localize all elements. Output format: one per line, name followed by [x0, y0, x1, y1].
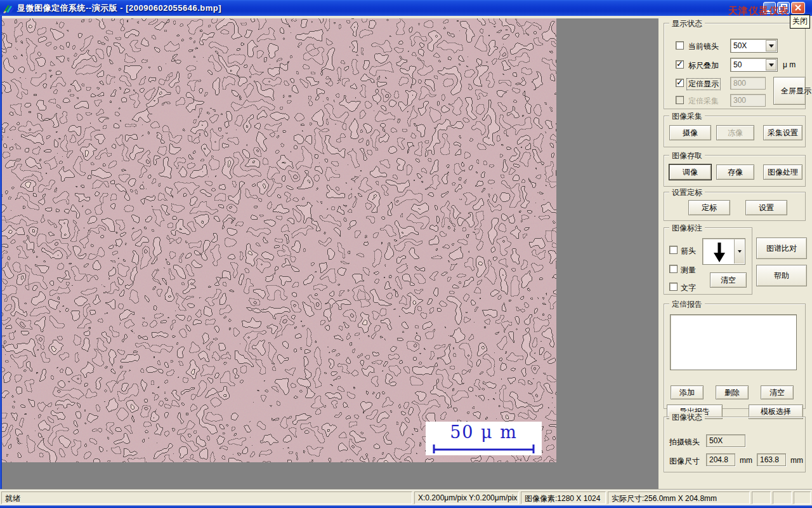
fixed-capture-input	[730, 94, 766, 107]
ruler-overlay-label: 标尺叠加	[688, 60, 719, 71]
fixed-capture-label: 定倍采集	[688, 96, 719, 107]
group-image-capture-title: 图像采集	[669, 111, 705, 122]
group-image-status: 图像状态 拍摄镜头 图像尺寸 mm mm	[664, 417, 806, 472]
current-lens-checkbox[interactable]	[676, 41, 684, 50]
image-size-label: 图像尺寸	[669, 456, 700, 467]
freeze-button: 冻像	[716, 125, 754, 140]
metallographic-texture	[2, 18, 556, 462]
window-bottom-border	[0, 505, 812, 508]
annotation-clear-button[interactable]: 清空	[710, 272, 747, 288]
current-lens-value: 50X	[733, 41, 747, 50]
calibration-settings-button[interactable]: 设置	[745, 200, 787, 215]
atlas-compare-button[interactable]: 图谱比对	[756, 237, 807, 259]
group-calibration-title: 设置定标	[669, 187, 705, 198]
report-delete-button[interactable]: 删除	[716, 385, 749, 399]
ruler-value: 50	[733, 60, 742, 69]
fixed-display-input	[730, 77, 766, 90]
measure-checkbox[interactable]	[669, 265, 678, 273]
group-report-title: 定倍报告	[669, 299, 705, 310]
group-image-storage-title: 图像存取	[669, 150, 705, 161]
image-height-value	[757, 453, 786, 466]
scale-bar-line	[426, 422, 542, 455]
arrow-label: 箭头	[681, 246, 696, 257]
group-image-storage: 图像存取 调像 存像 图像处理	[664, 155, 806, 187]
ruler-overlay-checkbox[interactable]	[676, 60, 684, 69]
image-process-button[interactable]: 图像处理	[763, 164, 802, 180]
status-pixel-scale: X:0.200μm/pix Y:0.200μm/pix	[414, 491, 519, 504]
fixed-display-label: 定倍显示	[686, 78, 721, 90]
group-annotation-title: 图像标注	[669, 223, 705, 234]
status-actual-size: 实际尺寸:256.0mm X 204.8mm	[608, 491, 750, 504]
group-calibration: 设置定标 定标 设置	[664, 192, 806, 221]
save-image-button[interactable]: 存像	[716, 164, 754, 180]
app-icon	[3, 3, 14, 13]
group-report: 定倍报告 添加 删除 清空	[664, 304, 806, 409]
group-display-status-title: 显示状态	[669, 18, 705, 29]
title-bar: 显微图像定倍系统--演示版 - [20090602055646.bmp]	[0, 0, 812, 16]
capture-button[interactable]: 摄像	[669, 125, 711, 140]
ruler-unit-label: μ m	[783, 60, 796, 69]
measure-label: 测量	[681, 265, 696, 276]
group-annotation: 图像标注 箭头 测量 文字 清空	[664, 227, 752, 295]
app-window: 显微图像定倍系统--演示版 - [20090602055646.bmp] 天津仪…	[0, 0, 812, 508]
image-height-unit: mm	[790, 456, 803, 465]
fixed-display-checkbox[interactable]	[676, 79, 684, 87]
text-label: 文字	[681, 283, 696, 293]
group-image-capture: 图像采集 摄像 冻像 采集设置	[664, 116, 806, 147]
current-lens-combo[interactable]: 50X	[730, 39, 778, 53]
status-spare-3	[794, 491, 811, 504]
arrow-style-combo[interactable]	[702, 238, 745, 265]
close-tooltip: 关闭	[790, 15, 810, 29]
microscope-image-canvas[interactable]: 50 μ m	[2, 18, 556, 462]
group-image-status-title: 图像状态	[669, 412, 705, 423]
help-button[interactable]: 帮助	[756, 265, 807, 286]
fullscreen-button-label: 全屏显示	[781, 86, 798, 96]
down-arrow-icon	[712, 241, 727, 263]
current-lens-label: 当前镜头	[688, 41, 719, 52]
report-add-button[interactable]: 添加	[671, 385, 704, 399]
status-spare-1	[752, 491, 771, 504]
calibrate-button[interactable]: 定标	[688, 200, 730, 215]
fixed-capture-checkbox	[676, 96, 684, 104]
load-image-button[interactable]: 调像	[669, 164, 711, 180]
report-clear-button[interactable]: 清空	[761, 385, 794, 399]
report-listbox[interactable]	[670, 314, 797, 370]
capture-settings-button[interactable]: 采集设置	[763, 125, 802, 140]
status-ready: 就绪	[1, 491, 412, 504]
status-spare-2	[773, 491, 792, 504]
chevron-down-icon[interactable]	[734, 239, 744, 264]
status-image-pixels: 图像像素:1280 X 1024	[521, 491, 606, 504]
image-width-value	[706, 453, 735, 466]
ruler-value-combo[interactable]: 50	[730, 58, 778, 72]
status-bar: 就绪 X:0.200μm/pix Y:0.200μm/pix 图像像素:1280…	[0, 489, 812, 505]
scale-bar: 50 μ m	[426, 422, 542, 455]
window-title: 显微图像定倍系统--演示版 - [20090602055646.bmp]	[17, 3, 221, 14]
group-display-status: 显示状态 当前镜头 50X 标尺叠加 50 μ m 定倍显示 定倍采集 全屏显示	[664, 23, 806, 109]
chevron-down-icon[interactable]	[766, 40, 776, 51]
shooting-lens-label: 拍摄镜头	[669, 437, 700, 448]
fullscreen-button[interactable]: 全屏显示	[773, 77, 806, 105]
text-checkbox[interactable]	[669, 283, 678, 291]
chevron-down-icon[interactable]	[766, 59, 776, 70]
image-width-unit: mm	[740, 456, 752, 465]
arrow-checkbox[interactable]	[669, 246, 678, 254]
control-panel: 显示状态 当前镜头 50X 标尺叠加 50 μ m 定倍显示 定倍采集 全屏显示	[658, 17, 812, 489]
shooting-lens-value	[706, 434, 745, 447]
